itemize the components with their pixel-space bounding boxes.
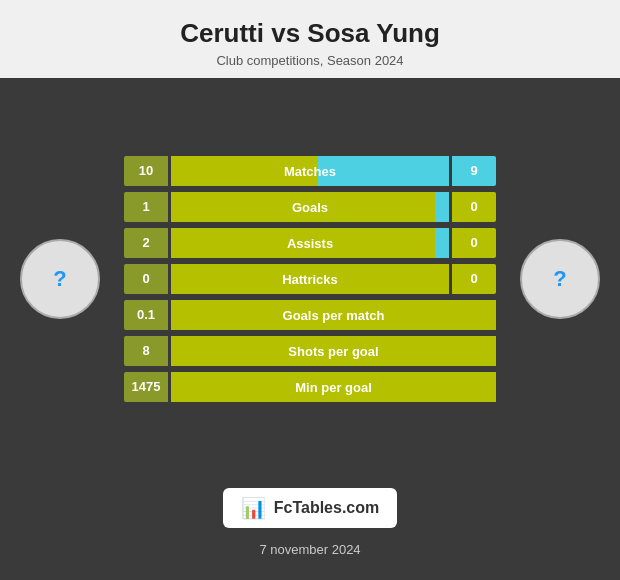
stat-row-matches: 10 Matches 9 [124,156,496,186]
player-right: ? [500,239,620,319]
avatar-right: ? [520,239,600,319]
assists-label: Assists [171,236,449,251]
matches-label: Matches [171,164,449,179]
stat-row-goals: 1 Goals 0 [124,192,496,222]
assists-left-val: 2 [124,228,168,258]
header: Cerutti vs Sosa Yung Club competitions, … [0,0,620,78]
assists-right-val: 0 [452,228,496,258]
matches-left-val: 10 [124,156,168,186]
question-icon-right: ? [553,266,566,292]
question-icon-left: ? [53,266,66,292]
gpm-left-val: 0.1 [124,300,168,330]
bottom-section: 📊 FcTables.com 7 november 2024 [0,480,620,580]
goals-bar: Goals [171,192,449,222]
stats-container: 10 Matches 9 1 Goals 0 2 [120,156,500,402]
stat-row-mpg: 1475 Min per goal [124,372,496,402]
spg-label: Shots per goal [171,344,496,359]
hattricks-label: Hattricks [171,272,449,287]
footer-date: 7 november 2024 [259,542,360,557]
hattricks-right-val: 0 [452,264,496,294]
hattricks-left-val: 0 [124,264,168,294]
watermark-text: FcTables.com [274,499,380,517]
mpg-label: Min per goal [171,380,496,395]
stat-row-spg: 8 Shots per goal [124,336,496,366]
matches-bar: Matches [171,156,449,186]
spg-left-val: 8 [124,336,168,366]
stat-row-gpm: 0.1 Goals per match [124,300,496,330]
hattricks-bar: Hattricks [171,264,449,294]
goals-left-val: 1 [124,192,168,222]
footer: 7 november 2024 [0,532,620,570]
goals-label: Goals [171,200,449,215]
assists-bar: Assists [171,228,449,258]
avatar-left: ? [20,239,100,319]
gpm-bar: Goals per match [171,300,496,330]
stat-row-assists: 2 Assists 0 [124,228,496,258]
page-subtitle: Club competitions, Season 2024 [20,53,600,68]
watermark: 📊 FcTables.com [223,488,398,528]
watermark-icon: 📊 [241,496,266,520]
mpg-bar: Min per goal [171,372,496,402]
player-left: ? [0,239,120,319]
spg-bar: Shots per goal [171,336,496,366]
matches-right-val: 9 [452,156,496,186]
gpm-label: Goals per match [171,308,496,323]
main-area: ? 10 Matches 9 1 Goals 0 [0,78,620,480]
stat-row-hattricks: 0 Hattricks 0 [124,264,496,294]
goals-right-val: 0 [452,192,496,222]
mpg-left-val: 1475 [124,372,168,402]
page-title: Cerutti vs Sosa Yung [20,18,600,49]
